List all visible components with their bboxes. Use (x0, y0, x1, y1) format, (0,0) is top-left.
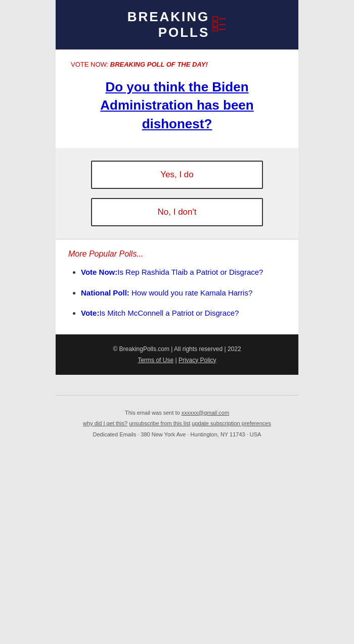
svg-rect-4 (213, 28, 217, 31)
checklist-icon (212, 16, 227, 31)
vote-now-label: VOTE NOW: BREAKING POLL OF THE DAY! (71, 60, 283, 70)
email-container: BREAKING POLLS (56, 0, 298, 375)
poll-link-2-text[interactable]: How would you rate Kamala Harris? (129, 288, 252, 297)
poll-link-3-text[interactable]: Is Mitch McConnell a Patriot or Disgrace… (99, 309, 239, 317)
logo-wrapper: BREAKING POLLS (66, 9, 288, 40)
more-polls-section: More Popular Polls... Vote Now:Is Rep Ra… (56, 239, 298, 334)
bottom-info-text: This email was sent to xxxxxx@gmail.com … (10, 408, 344, 439)
footer-copyright: © BreakingPolls.com | All rights reserve… (66, 345, 288, 353)
why-link[interactable]: why did I get this? (83, 420, 127, 426)
no-vote-button[interactable]: No, I don't (91, 198, 263, 226)
manage-links-line: why did I get this? unsubscribe from thi… (10, 419, 344, 428)
list-item: National Poll: How would you rate Kamala… (81, 287, 286, 299)
poll-link-1-text[interactable]: Is Rep Rashida Tlaib a Patriot or Disgra… (117, 268, 263, 276)
polls-list: Vote Now:Is Rep Rashida Tlaib a Patriot … (71, 267, 286, 319)
poll-link-1-bold[interactable]: Vote Now: (81, 268, 117, 276)
unsubscribe-link[interactable]: unsubscribe from this list (129, 420, 190, 426)
poll-link-2-bold[interactable]: National Poll: (81, 288, 129, 297)
email-link[interactable]: xxxxxx@gmail.com (182, 410, 229, 416)
svg-rect-0 (213, 17, 217, 21)
page-wrapper: BREAKING POLLS (0, 0, 354, 451)
footer: © BreakingPolls.com | All rights reserve… (56, 334, 298, 375)
list-item: Vote:Is Mitch McConnell a Patriot or Dis… (81, 308, 286, 319)
footer-links: Terms of Use | Privacy Policy (66, 357, 288, 364)
list-item: Vote Now:Is Rep Rashida Tlaib a Patriot … (81, 267, 286, 278)
more-polls-title: More Popular Polls... (68, 250, 286, 259)
voting-section: Yes, I do No, I don't (56, 148, 298, 239)
header: BREAKING POLLS (56, 0, 298, 49)
update-prefs-link[interactable]: update subscription preferences (192, 420, 271, 426)
sent-to-line: This email was sent to xxxxxx@gmail.com (10, 408, 344, 418)
privacy-link[interactable]: Privacy Policy (179, 357, 216, 364)
address-line: Dedicated Emails · 380 New York Ave · Hu… (10, 430, 344, 439)
logo-icon (212, 16, 227, 33)
bottom-divider (56, 395, 298, 395)
yes-vote-button[interactable]: Yes, I do (91, 161, 263, 189)
bottom-info: This email was sent to xxxxxx@gmail.com … (0, 375, 354, 451)
poll-question: Do you think the Biden Administration ha… (71, 78, 283, 133)
terms-link[interactable]: Terms of Use (138, 357, 173, 364)
logo-text: BREAKING POLLS (127, 9, 210, 40)
poll-link-3-bold[interactable]: Vote: (81, 309, 99, 317)
poll-section: VOTE NOW: BREAKING POLL OF THE DAY! Do y… (56, 49, 298, 148)
svg-rect-2 (213, 22, 217, 26)
